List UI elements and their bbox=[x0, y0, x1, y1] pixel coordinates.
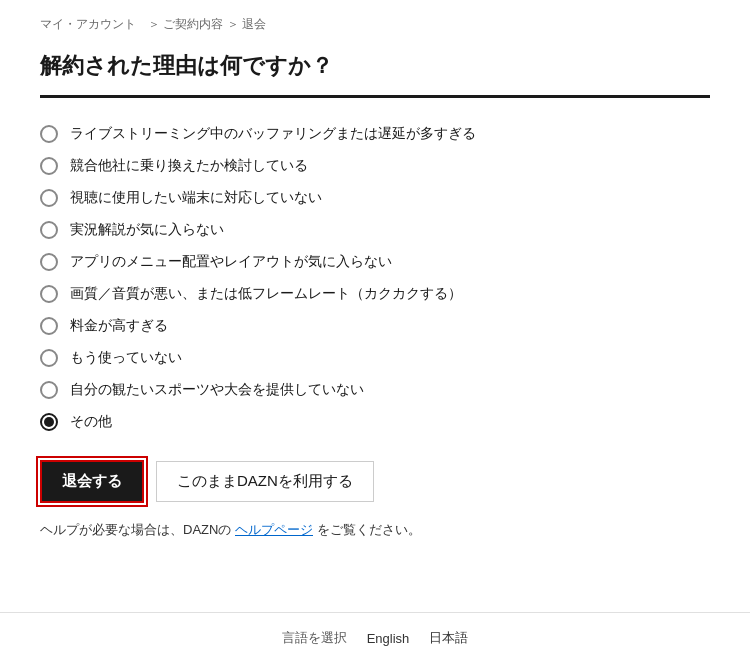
option-label[interactable]: その他 bbox=[70, 413, 112, 431]
radio-opt7[interactable] bbox=[40, 317, 58, 335]
list-item[interactable]: その他 bbox=[40, 406, 710, 438]
list-item[interactable]: 実況解説が気に入らない bbox=[40, 214, 710, 246]
list-item[interactable]: 競合他社に乗り換えたか検討している bbox=[40, 150, 710, 182]
stay-button[interactable]: このままDAZNを利用する bbox=[156, 461, 374, 502]
cancel-subscription-button[interactable]: 退会する bbox=[40, 460, 144, 503]
page-title: 解約された理由は何ですか？ bbox=[40, 51, 710, 81]
option-label[interactable]: 競合他社に乗り換えたか検討している bbox=[70, 157, 308, 175]
cancellation-reasons-list: ライブストリーミング中のバッファリングまたは遅延が多すぎる 競合他社に乗り換えた… bbox=[40, 118, 710, 438]
footer: 言語を選択 English 日本語 bbox=[0, 612, 750, 663]
option-label[interactable]: 自分の観たいスポーツや大会を提供していない bbox=[70, 381, 364, 399]
list-item[interactable]: 視聴に使用したい端末に対応していない bbox=[40, 182, 710, 214]
main-content: 解約された理由は何ですか？ ライブストリーミング中のバッファリングまたは遅延が多… bbox=[0, 41, 750, 612]
option-label[interactable]: 料金が高すぎる bbox=[70, 317, 168, 335]
radio-opt6[interactable] bbox=[40, 285, 58, 303]
option-label[interactable]: 実況解説が気に入らない bbox=[70, 221, 224, 239]
list-item[interactable]: ライブストリーミング中のバッファリングまたは遅延が多すぎる bbox=[40, 118, 710, 150]
action-buttons: 退会する このままDAZNを利用する bbox=[40, 460, 710, 503]
help-page-link[interactable]: ヘルプページ bbox=[235, 522, 313, 537]
radio-opt10[interactable] bbox=[40, 413, 58, 431]
section-divider bbox=[40, 95, 710, 98]
list-item[interactable]: 画質／音質が悪い、または低フレームレート（カクカクする） bbox=[40, 278, 710, 310]
language-select-label: 言語を選択 bbox=[282, 629, 347, 647]
option-label[interactable]: アプリのメニュー配置やレイアウトが気に入らない bbox=[70, 253, 392, 271]
language-japanese-link[interactable]: 日本語 bbox=[429, 629, 468, 647]
option-label[interactable]: もう使っていない bbox=[70, 349, 182, 367]
list-item[interactable]: アプリのメニュー配置やレイアウトが気に入らない bbox=[40, 246, 710, 278]
page-container: マイ・アカウント ＞ ご契約内容 ＞ 退会 解約された理由は何ですか？ ライブス… bbox=[0, 0, 750, 663]
list-item[interactable]: 自分の観たいスポーツや大会を提供していない bbox=[40, 374, 710, 406]
radio-opt2[interactable] bbox=[40, 157, 58, 175]
language-english-link[interactable]: English bbox=[367, 631, 410, 646]
radio-opt8[interactable] bbox=[40, 349, 58, 367]
radio-opt9[interactable] bbox=[40, 381, 58, 399]
radio-opt5[interactable] bbox=[40, 253, 58, 271]
radio-opt4[interactable] bbox=[40, 221, 58, 239]
option-label[interactable]: 画質／音質が悪い、または低フレームレート（カクカクする） bbox=[70, 285, 462, 303]
list-item[interactable]: 料金が高すぎる bbox=[40, 310, 710, 342]
option-label[interactable]: 視聴に使用したい端末に対応していない bbox=[70, 189, 322, 207]
breadcrumb: マイ・アカウント ＞ ご契約内容 ＞ 退会 bbox=[0, 0, 750, 41]
help-text: ヘルプが必要な場合は、DAZNの ヘルプページ をご覧ください。 bbox=[40, 521, 710, 539]
list-item[interactable]: もう使っていない bbox=[40, 342, 710, 374]
radio-opt1[interactable] bbox=[40, 125, 58, 143]
radio-opt3[interactable] bbox=[40, 189, 58, 207]
option-label[interactable]: ライブストリーミング中のバッファリングまたは遅延が多すぎる bbox=[70, 125, 476, 143]
